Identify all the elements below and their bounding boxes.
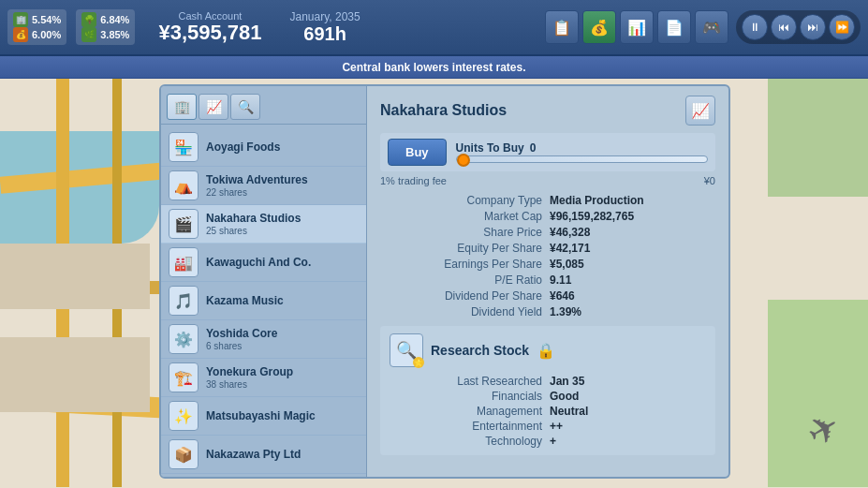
rewind-button[interactable]: ⏮	[771, 14, 797, 40]
map-block	[0, 337, 150, 412]
fee-text: 1% trading fee	[380, 175, 447, 186]
research-field-value: Neutral	[550, 405, 706, 418]
research-field-value: Jan 35	[550, 375, 706, 388]
research-title: Research Stock	[431, 343, 529, 358]
research-icon: 🔍 ⭐	[390, 333, 423, 367]
company-shares: 38 shares	[206, 379, 359, 390]
research-grid: Last ResearchedJan 35FinancialsGoodManag…	[390, 375, 706, 448]
detail-field-label: Dividend Yield	[380, 305, 546, 318]
details-grid: Company TypeMedia ProductionMarket Cap¥9…	[380, 194, 715, 318]
chart-button[interactable]: 📈	[685, 96, 715, 126]
leaf-icon: 🌿	[81, 27, 96, 42]
company-list-item[interactable]: 🎵 Kazama Music	[161, 282, 366, 320]
company-list-item[interactable]: 🎬 Nakahara Studios 25 shares	[161, 205, 366, 244]
research-field-label: Entertainment	[390, 420, 546, 433]
detail-field-value: ¥96,159,282,765	[550, 210, 715, 223]
company-list-item[interactable]: 📦 Nakazawa Pty Ltd	[161, 436, 366, 474]
date-display: January, 2035 691h	[290, 10, 360, 45]
company-name: Kawaguchi And Co.	[206, 256, 359, 269]
company-name: Nakazawa Pty Ltd	[206, 448, 359, 461]
company-info: Kawaguchi And Co.	[206, 256, 359, 269]
company-icon: ✨	[169, 401, 199, 431]
company-info: Tokiwa Adventures 22 shares	[206, 173, 359, 197]
detail-field-label: Dividend Per Share	[380, 289, 546, 303]
company-name: Nakahara Studios	[206, 212, 359, 225]
company-list-item[interactable]: ⚙️ Yoshida Core 6 shares	[161, 320, 366, 359]
toolbar-btn-game[interactable]: 🎮	[695, 10, 728, 44]
company-info: Nakahara Studios 25 shares	[206, 212, 359, 235]
company-name: Yoshida Core	[206, 327, 359, 340]
company-name: Aoyagi Foods	[206, 140, 359, 154]
toolbar-btn-doc[interactable]: 📄	[657, 10, 691, 44]
tab-search[interactable]: 🔍	[230, 94, 260, 120]
company-icon: 📦	[169, 439, 199, 469]
company-icon: 🎵	[169, 286, 199, 316]
company-info: Nakazawa Pty Ltd	[206, 448, 359, 461]
detail-panel: Nakahara Studios 📈 Buy Units To Buy 0 1%…	[367, 86, 728, 477]
company-shares: 6 shares	[206, 341, 359, 351]
company-list-item[interactable]: ⛺ Tokiwa Adventures 22 shares	[161, 167, 366, 205]
company-icon: ⛺	[169, 170, 199, 200]
company-list-item[interactable]: 🏗️ Yonekura Group 38 shares	[161, 359, 366, 397]
company-shares: 22 shares	[206, 187, 359, 198]
research-field-value: +	[550, 435, 706, 448]
research-section: 🔍 ⭐ Research Stock 🔒 Last ResearchedJan …	[380, 326, 715, 455]
forward-button[interactable]: ⏭	[800, 14, 826, 40]
fast-forward-button[interactable]: ⏩	[829, 14, 855, 40]
company-info: Yonekura Group 38 shares	[206, 365, 359, 389]
pause-button[interactable]: ⏸	[742, 14, 768, 40]
detail-field-label: Equity Per Share	[380, 242, 546, 255]
detail-field-label: P/E Ratio	[380, 274, 546, 287]
detail-field-label: Market Cap	[380, 210, 546, 223]
research-field-label: Technology	[390, 435, 546, 448]
research-field-label: Management	[390, 405, 546, 418]
research-field-label: Financials	[390, 390, 546, 403]
detail-field-value: ¥46,328	[550, 226, 715, 239]
company-icon: ⚙️	[169, 324, 199, 354]
detail-field-value: ¥42,171	[550, 242, 715, 255]
company-list-item[interactable]: 🏪 Aoyagi Foods	[161, 128, 366, 167]
company-icon: 🎬	[169, 209, 199, 239]
units-slider[interactable]	[456, 155, 708, 163]
stat-value-4: 3.85%	[100, 29, 129, 40]
research-field-label: Last Researched	[390, 375, 546, 388]
header-bar: 🏢 5.54% 💰 6.00% 🌳 6.84% 🌿 3.85% Cash Acc…	[0, 0, 868, 56]
units-slider-container: Units To Buy 0	[456, 141, 708, 163]
stat-row-1: 🏢 5.54%	[13, 12, 61, 27]
detail-company-name: Nakahara Studios	[380, 102, 507, 119]
toolbar-buttons: 📋 💰 📊 📄 🎮	[545, 10, 728, 44]
stat-row-3: 🌳 6.84%	[81, 12, 129, 27]
tab-buildings[interactable]: 🏢	[167, 94, 197, 120]
stat-value-2: 6.00%	[32, 29, 61, 40]
company-list-item[interactable]: 🏭 Kawaguchi And Co.	[161, 244, 366, 282]
research-header: 🔍 ⭐ Research Stock 🔒	[390, 333, 706, 367]
stat-row-2: 💰 6.00%	[13, 27, 61, 42]
date-label: January, 2035	[290, 10, 360, 23]
company-info: Matsubayashi Magic	[206, 409, 359, 422]
company-list-item[interactable]: 🔧 Asahara Works	[161, 474, 366, 477]
playback-controls: ⏸ ⏮ ⏭ ⏩	[736, 10, 861, 44]
detail-field-value: ¥646	[550, 289, 715, 303]
company-icon: 🏗️	[169, 362, 199, 392]
detail-field-value: Media Production	[550, 194, 715, 207]
toolbar-btn-chart[interactable]: 📊	[620, 10, 654, 44]
toolbar-btn-reports[interactable]: 📋	[545, 10, 579, 44]
company-list[interactable]: 🏢 📈 🔍 🏪 Aoyagi Foods ⛺ Tokiwa Adventures…	[161, 86, 367, 477]
toolbar-btn-finance[interactable]: 💰	[582, 10, 616, 44]
detail-field-label: Earnings Per Share	[380, 258, 546, 271]
stat-value-3: 6.84%	[100, 14, 129, 25]
research-badge: ⭐	[413, 357, 424, 368]
hours-display: 691h	[303, 23, 346, 45]
lock-icon: 🔒	[537, 342, 555, 360]
buy-section: Buy Units To Buy 0	[380, 133, 715, 171]
detail-header: Nakahara Studios 📈	[380, 96, 715, 126]
building-icon: 🏢	[13, 12, 28, 27]
main-panel: 🏢 📈 🔍 🏪 Aoyagi Foods ⛺ Tokiwa Adventures…	[159, 84, 730, 479]
cash-amount: ¥3,595,781	[158, 22, 261, 44]
cash-display: Cash Account ¥3,595,781	[158, 10, 261, 44]
detail-field-value: ¥5,085	[550, 258, 715, 271]
company-list-item[interactable]: ✨ Matsubayashi Magic	[161, 397, 366, 436]
tab-chart[interactable]: 📈	[199, 94, 228, 120]
buy-button[interactable]: Buy	[388, 139, 447, 166]
list-tabs: 🏢 📈 🔍	[161, 90, 366, 125]
